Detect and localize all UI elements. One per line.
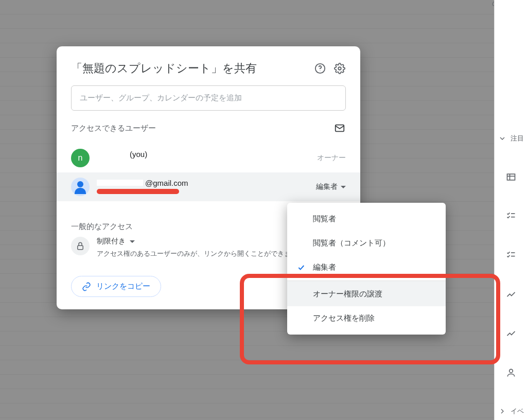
sidebar-item-chart[interactable] [506, 289, 516, 300]
user-row-owner: n (you) オーナー [71, 144, 346, 172]
sidebar-item-person[interactable] [506, 367, 516, 378]
chevron-right-icon [498, 407, 506, 415]
gear-icon [334, 63, 345, 74]
sidebar-item-table[interactable] [506, 172, 516, 182]
line-chart-icon [506, 328, 516, 339]
role-popover-menu: 閲覧者 閲覧者（コメント可） 編集者 オーナー権限の譲渡 アクセス権を削除 [287, 203, 446, 335]
role-option-viewer[interactable]: 閲覧者 [287, 207, 446, 231]
redacted-text [97, 151, 128, 157]
checklist-icon [506, 211, 516, 221]
role-option-transfer-ownership[interactable]: オーナー権限の譲渡 [287, 281, 446, 306]
lock-circle [71, 237, 90, 255]
notify-button[interactable] [333, 122, 346, 134]
user-email [97, 159, 310, 166]
right-sidebar: 注目 イベ [494, 0, 527, 420]
access-section-label: アクセスできるユーザー [71, 124, 156, 133]
add-people-placeholder: ユーザー、グループ、カレンダーの予定を追加 [80, 93, 242, 102]
avatar: n [71, 149, 90, 167]
role-option-label: 閲覧者（コメント可） [313, 238, 390, 248]
check-icon [296, 263, 306, 272]
role-dropdown[interactable]: 編集者 [316, 182, 346, 191]
user-name: (you) [97, 150, 310, 159]
general-access-mode: 制限付き [97, 237, 126, 246]
user-row-collaborator: @gmail.com 編集者 [57, 172, 360, 201]
svg-point-7 [509, 369, 513, 373]
sidebar-item-events[interactable]: イベ [498, 407, 524, 416]
dropdown-triangle-icon [341, 186, 346, 188]
redacted-bar [97, 189, 179, 194]
sidebar-item-checklist-2[interactable] [506, 250, 516, 260]
sidebar-item-chart-2[interactable] [506, 328, 516, 339]
user-email-secondary [97, 187, 309, 196]
avatar [71, 178, 90, 196]
dialog-title: 「無題のスプレッドシート」を共有 [71, 61, 257, 76]
user-email-primary: @gmail.com [97, 179, 309, 187]
help-button[interactable] [314, 62, 326, 75]
help-icon [314, 63, 326, 74]
settings-button[interactable] [333, 62, 346, 75]
svg-point-9 [320, 71, 320, 71]
sidebar-item-label: イベ [511, 407, 524, 416]
role-option-editor[interactable]: 編集者 [287, 255, 446, 279]
table-icon [506, 172, 516, 182]
add-people-input[interactable]: ユーザー、グループ、カレンダーの予定を追加 [71, 85, 346, 111]
copy-link-button[interactable]: リンクをコピー [71, 276, 161, 297]
owner-role-label: オーナー [317, 153, 346, 163]
checklist-icon [506, 250, 516, 260]
mail-icon [334, 122, 345, 134]
svg-point-10 [338, 67, 341, 70]
redacted-text [97, 159, 169, 165]
copy-link-label: リンクをコピー [96, 282, 150, 291]
svg-rect-12 [78, 246, 83, 250]
dropdown-triangle-icon [130, 240, 135, 243]
role-option-commenter[interactable]: 閲覧者（コメント可） [287, 231, 446, 255]
link-icon [82, 282, 91, 291]
person-icon [506, 367, 516, 378]
redacted-text [97, 180, 143, 186]
sidebar-item-checklist[interactable] [506, 211, 516, 221]
role-option-label: 閲覧者 [313, 214, 336, 224]
lock-icon [76, 241, 85, 251]
role-option-remove-access[interactable]: アクセス権を削除 [287, 306, 446, 330]
svg-rect-0 [507, 174, 515, 180]
sidebar-item-focus[interactable]: 注目 [498, 134, 524, 143]
role-dropdown-label: 編集者 [316, 182, 338, 191]
role-option-label: 編集者 [313, 262, 336, 272]
role-option-label: オーナー権限の譲渡 [313, 289, 382, 299]
sidebar-item-label: 注目 [511, 134, 524, 143]
chevron-down-icon [498, 134, 506, 143]
role-option-label: アクセス権を削除 [313, 313, 375, 323]
line-chart-icon [506, 289, 516, 300]
